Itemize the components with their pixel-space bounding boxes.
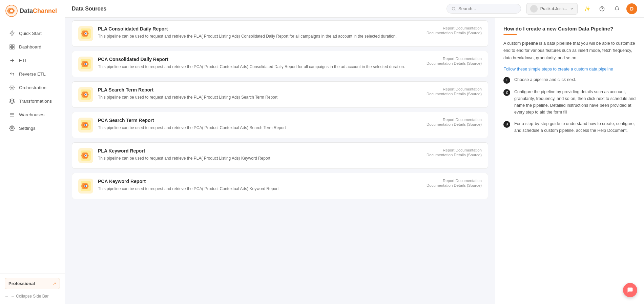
help-divider (503, 34, 517, 35)
warehouses-icon (9, 112, 15, 118)
pipeline-report-doc-link[interactable]: Report Documentation (443, 179, 482, 183)
pipeline-info: PLA Keyword Report This pipeline can be … (98, 148, 422, 161)
pipeline-name: PLA Search Term Report (98, 87, 422, 93)
collapse-arrow-icon: ← (5, 294, 9, 299)
pipeline-desc: This pipeline can be used to request and… (98, 33, 422, 39)
svg-rect-6 (10, 47, 12, 49)
topbar-right: Pratik.d.Josh... ✨ D (526, 3, 637, 15)
plan-external-link-icon: ↗ (53, 281, 56, 286)
pipeline-details-link[interactable]: Documentation Details (Source) (427, 153, 482, 157)
etl-icon (9, 57, 15, 63)
svg-point-13 (452, 7, 455, 10)
collapse-sidebar-button[interactable]: ← ← Collapse Side Bar (5, 292, 60, 300)
pipeline-name: PCA Keyword Report (98, 179, 422, 184)
pipeline-list: PLA Consolidated Daily Report This pipel… (65, 18, 495, 206)
plan-label: Professional (8, 281, 35, 286)
help-steps: 1 Choose a pipeline and click next. 2 Co… (503, 76, 636, 134)
pipeline-desc: This pipeline can be used to request and… (98, 155, 422, 161)
pipeline-card-pca-keyword[interactable]: PCA Keyword Report This pipeline can be … (72, 173, 488, 199)
logo-area: DataChannel (0, 0, 65, 22)
user-name: Pratik.d.Josh... (540, 6, 567, 11)
pipeline-desc: This pipeline can be used to request and… (98, 64, 422, 70)
pipeline-desc: This pipeline can be used to request and… (98, 186, 422, 192)
pipeline-info: PCA Consolidated Daily Report This pipel… (98, 57, 422, 70)
settings-icon (9, 125, 15, 131)
help-icon-button[interactable] (597, 3, 607, 14)
pipeline-panel: PLA Consolidated Daily Report This pipel… (65, 18, 495, 304)
sidebar-item-label-dashboard: Dashboard (19, 44, 41, 49)
pipeline-details-link[interactable]: Documentation Details (Source) (427, 92, 482, 96)
sidebar-item-warehouses[interactable]: Warehouses (3, 108, 62, 121)
help-step-1: 1 Choose a pipeline and click next. (503, 76, 636, 84)
pipeline-info: PLA Consolidated Daily Report This pipel… (98, 26, 422, 39)
pipeline-details-link[interactable]: Documentation Details (Source) (427, 31, 482, 35)
pipeline-card-pca-consolidated-daily[interactable]: PCA Consolidated Daily Report This pipel… (72, 51, 488, 77)
pipeline-name: PLA Keyword Report (98, 148, 422, 154)
sidebar-bottom: Professional ↗ ← ← Collapse Side Bar (0, 273, 65, 304)
sidebar-item-orchestration[interactable]: Orchestration (3, 81, 62, 94)
svg-point-39 (85, 155, 87, 157)
notification-icon-button[interactable] (611, 3, 622, 14)
pipeline-details-link[interactable]: Documentation Details (Source) (427, 122, 482, 126)
help-step-2: 2 Configure the pipeline by providing de… (503, 88, 636, 116)
plan-badge[interactable]: Professional ↗ (5, 278, 60, 289)
pipeline-report-doc-link[interactable]: Report Documentation (443, 148, 482, 152)
topbar: Data Sources Pratik.d.Josh... ✨ D (65, 0, 644, 18)
user-dropdown[interactable]: Pratik.d.Josh... (526, 3, 578, 15)
pipeline-report-doc-link[interactable]: Report Documentation (443, 118, 482, 122)
reverse-etl-icon (9, 71, 15, 77)
pipeline-details-link[interactable]: Documentation Details (Source) (427, 61, 482, 65)
sidebar-item-quick-start[interactable]: Quick Start (3, 27, 62, 40)
help-title: How do I create a new Custom Data Pipeli… (503, 26, 636, 32)
step-text-2: Configure the pipeline by providing deta… (514, 88, 636, 116)
chat-icon (627, 287, 633, 293)
sidebar-item-settings[interactable]: Settings (3, 122, 62, 135)
pipeline-icon (78, 57, 93, 72)
sidebar-item-dashboard[interactable]: Dashboard (3, 40, 62, 53)
sidebar-item-label-quick-start: Quick Start (19, 31, 42, 36)
pipeline-card-pla-search-term[interactable]: PLA Search Term Report This pipeline can… (72, 81, 488, 108)
sidebar-item-label-etl: ETL (19, 58, 27, 63)
pipeline-desc: This pipeline can be used to request and… (98, 125, 422, 131)
pipeline-report-doc-link[interactable]: Report Documentation (443, 26, 482, 30)
svg-point-19 (85, 33, 87, 35)
pipeline-info: PLA Search Term Report This pipeline can… (98, 87, 422, 100)
pipeline-report-doc-link[interactable]: Report Documentation (443, 87, 482, 91)
pipeline-report-doc-link[interactable]: Report Documentation (443, 57, 482, 61)
sidebar-item-label-orchestration: Orchestration (19, 85, 46, 90)
step-number-2: 2 (503, 89, 510, 96)
pipeline-icon (78, 87, 93, 102)
search-bar[interactable] (446, 4, 521, 14)
sidebar-item-reverse-etl[interactable]: Reverse ETL (3, 67, 62, 80)
svg-rect-4 (10, 45, 12, 46)
user-avatar-small (530, 5, 538, 13)
help-intro: A custom pipeline is a data pipeline tha… (503, 40, 636, 62)
user-avatar-button[interactable]: D (626, 3, 637, 14)
collapse-label: ← Collapse Side Bar (11, 294, 48, 299)
svg-point-12 (11, 127, 13, 129)
help-step-3: 3 For a step-by-step guide to understand… (503, 120, 636, 134)
search-input[interactable] (458, 6, 516, 11)
sidebar-item-label-warehouses: Warehouses (19, 112, 44, 117)
page-title: Data Sources (72, 6, 441, 12)
chat-button[interactable] (623, 283, 637, 297)
pipeline-card-pla-consolidated-daily[interactable]: PLA Consolidated Daily Report This pipel… (72, 20, 488, 47)
sidebar-item-transformations[interactable]: Transformations (3, 95, 62, 107)
quick-start-icon (9, 30, 15, 36)
pipeline-card-pca-search-term[interactable]: PCA Search Term Report This pipeline can… (72, 112, 488, 138)
pipeline-details-link[interactable]: Documentation Details (Source) (427, 183, 482, 187)
transformations-icon (9, 98, 15, 104)
search-icon (452, 6, 456, 11)
pipeline-card-pla-keyword[interactable]: PLA Keyword Report This pipeline can be … (72, 142, 488, 169)
pipeline-desc: This pipeline can be used to request and… (98, 94, 422, 100)
help-link[interactable]: Follow these simple steps to create a cu… (503, 67, 613, 72)
svg-point-8 (11, 87, 13, 88)
pipeline-links: Report Documentation Documentation Detai… (427, 148, 482, 157)
pipeline-info: PCA Keyword Report This pipeline can be … (98, 179, 422, 192)
logo-text: DataChannel (20, 7, 57, 15)
pipeline-name: PCA Search Term Report (98, 118, 422, 123)
pipeline-icon (78, 179, 93, 194)
magic-icon-button[interactable]: ✨ (582, 3, 593, 14)
main-content: Data Sources Pratik.d.Josh... ✨ D (65, 0, 644, 304)
sidebar-item-etl[interactable]: ETL (3, 54, 62, 67)
